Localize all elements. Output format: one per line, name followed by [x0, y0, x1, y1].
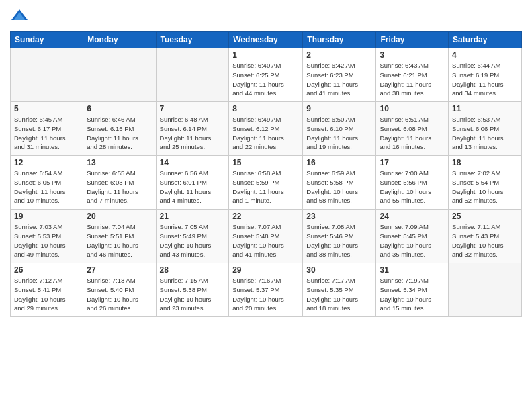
- day-info: Sunrise: 6:45 AMSunset: 6:17 PMDaylight:…: [14, 115, 79, 152]
- day-number: 24: [380, 212, 445, 221]
- day-number: 17: [380, 158, 445, 167]
- calendar-cell: 3Sunrise: 6:43 AMSunset: 6:21 PMDaylight…: [376, 48, 449, 102]
- day-number: 27: [87, 265, 152, 275]
- day-number: 19: [14, 212, 79, 221]
- day-number: 23: [306, 212, 372, 221]
- calendar-cell: 26Sunrise: 7:12 AMSunset: 5:41 PMDayligh…: [11, 263, 83, 317]
- day-info: Sunrise: 7:12 AMSunset: 5:41 PMDaylight:…: [14, 276, 79, 313]
- calendar-week-4: 19Sunrise: 7:03 AMSunset: 5:53 PMDayligh…: [11, 210, 522, 263]
- weekday-header-saturday: Saturday: [449, 32, 522, 48]
- day-number: 15: [232, 158, 299, 167]
- day-info: Sunrise: 6:46 AMSunset: 6:15 PMDaylight:…: [87, 115, 152, 152]
- day-info: Sunrise: 7:16 AMSunset: 5:37 PMDaylight:…: [232, 276, 299, 313]
- day-number: 25: [452, 212, 518, 221]
- day-info: Sunrise: 7:05 AMSunset: 5:49 PMDaylight:…: [160, 222, 226, 259]
- day-info: Sunrise: 6:58 AMSunset: 5:59 PMDaylight:…: [232, 169, 299, 205]
- calendar-cell: 28Sunrise: 7:15 AMSunset: 5:38 PMDayligh…: [156, 263, 229, 317]
- calendar-cell: 20Sunrise: 7:04 AMSunset: 5:51 PMDayligh…: [83, 210, 156, 263]
- day-number: 20: [87, 212, 152, 221]
- day-number: 9: [306, 104, 372, 113]
- day-info: Sunrise: 7:11 AMSunset: 5:43 PMDaylight:…: [452, 222, 518, 259]
- calendar: SundayMondayTuesdayWednesdayThursdayFrid…: [10, 31, 522, 317]
- calendar-body: 1Sunrise: 6:40 AMSunset: 6:25 PMDaylight…: [11, 48, 522, 317]
- day-info: Sunrise: 6:43 AMSunset: 6:21 PMDaylight:…: [380, 61, 445, 98]
- day-number: 6: [87, 104, 152, 113]
- day-number: 14: [160, 158, 226, 167]
- calendar-cell: 25Sunrise: 7:11 AMSunset: 5:43 PMDayligh…: [449, 210, 522, 263]
- weekday-row: SundayMondayTuesdayWednesdayThursdayFrid…: [11, 32, 522, 48]
- day-info: Sunrise: 6:42 AMSunset: 6:23 PMDaylight:…: [306, 61, 372, 98]
- header: [10, 7, 522, 26]
- day-info: Sunrise: 7:03 AMSunset: 5:53 PMDaylight:…: [14, 222, 79, 259]
- calendar-cell: 6Sunrise: 6:46 AMSunset: 6:15 PMDaylight…: [83, 102, 156, 156]
- day-number: 10: [380, 104, 445, 113]
- weekday-header-sunday: Sunday: [11, 32, 83, 48]
- day-number: 29: [232, 265, 299, 275]
- day-number: 1: [232, 50, 299, 60]
- day-number: 21: [160, 212, 226, 221]
- calendar-cell: 24Sunrise: 7:09 AMSunset: 5:45 PMDayligh…: [376, 210, 449, 263]
- calendar-cell: 31Sunrise: 7:19 AMSunset: 5:34 PMDayligh…: [376, 263, 449, 317]
- day-number: 3: [380, 50, 445, 60]
- calendar-cell: 22Sunrise: 7:07 AMSunset: 5:48 PMDayligh…: [229, 210, 303, 263]
- calendar-cell: 21Sunrise: 7:05 AMSunset: 5:49 PMDayligh…: [156, 210, 229, 263]
- day-info: Sunrise: 7:00 AMSunset: 5:56 PMDaylight:…: [380, 169, 445, 205]
- day-info: Sunrise: 7:07 AMSunset: 5:48 PMDaylight:…: [232, 222, 299, 259]
- day-number: 5: [14, 104, 79, 113]
- calendar-cell: [449, 263, 522, 317]
- day-number: 18: [452, 158, 518, 167]
- day-number: 2: [306, 50, 372, 60]
- day-info: Sunrise: 7:19 AMSunset: 5:34 PMDaylight:…: [380, 276, 445, 313]
- day-number: 22: [232, 212, 299, 221]
- calendar-cell: 15Sunrise: 6:58 AMSunset: 5:59 PMDayligh…: [229, 156, 303, 210]
- page: SundayMondayTuesdayWednesdayThursdayFrid…: [0, 0, 532, 411]
- calendar-cell: 2Sunrise: 6:42 AMSunset: 6:23 PMDaylight…: [303, 48, 376, 102]
- day-number: 4: [452, 50, 518, 60]
- day-number: 28: [160, 265, 226, 275]
- weekday-header-friday: Friday: [376, 32, 449, 48]
- calendar-cell: 4Sunrise: 6:44 AMSunset: 6:19 PMDaylight…: [449, 48, 522, 102]
- calendar-cell: 29Sunrise: 7:16 AMSunset: 5:37 PMDayligh…: [229, 263, 303, 317]
- day-info: Sunrise: 6:50 AMSunset: 6:10 PMDaylight:…: [306, 115, 372, 152]
- day-number: 8: [232, 104, 299, 113]
- calendar-cell: 17Sunrise: 7:00 AMSunset: 5:56 PMDayligh…: [376, 156, 449, 210]
- day-number: 31: [380, 265, 445, 275]
- calendar-header: SundayMondayTuesdayWednesdayThursdayFrid…: [11, 32, 522, 48]
- day-info: Sunrise: 6:55 AMSunset: 6:03 PMDaylight:…: [87, 169, 152, 205]
- day-info: Sunrise: 6:59 AMSunset: 5:58 PMDaylight:…: [306, 169, 372, 205]
- day-info: Sunrise: 6:53 AMSunset: 6:06 PMDaylight:…: [452, 115, 518, 152]
- calendar-cell: 13Sunrise: 6:55 AMSunset: 6:03 PMDayligh…: [83, 156, 156, 210]
- calendar-cell: 30Sunrise: 7:17 AMSunset: 5:35 PMDayligh…: [303, 263, 376, 317]
- day-info: Sunrise: 7:17 AMSunset: 5:35 PMDaylight:…: [306, 276, 372, 313]
- logo: [10, 7, 30, 26]
- weekday-header-tuesday: Tuesday: [156, 32, 229, 48]
- calendar-cell: 27Sunrise: 7:13 AMSunset: 5:40 PMDayligh…: [83, 263, 156, 317]
- day-number: 30: [306, 265, 372, 275]
- calendar-week-1: 1Sunrise: 6:40 AMSunset: 6:25 PMDaylight…: [11, 48, 522, 102]
- day-info: Sunrise: 7:09 AMSunset: 5:45 PMDaylight:…: [380, 222, 445, 259]
- day-info: Sunrise: 7:04 AMSunset: 5:51 PMDaylight:…: [87, 222, 152, 259]
- calendar-cell: 18Sunrise: 7:02 AMSunset: 5:54 PMDayligh…: [449, 156, 522, 210]
- calendar-cell: [156, 48, 229, 102]
- calendar-cell: 10Sunrise: 6:51 AMSunset: 6:08 PMDayligh…: [376, 102, 449, 156]
- weekday-header-wednesday: Wednesday: [229, 32, 303, 48]
- day-info: Sunrise: 6:49 AMSunset: 6:12 PMDaylight:…: [232, 115, 299, 152]
- calendar-cell: 7Sunrise: 6:48 AMSunset: 6:14 PMDaylight…: [156, 102, 229, 156]
- calendar-cell: 12Sunrise: 6:54 AMSunset: 6:05 PMDayligh…: [11, 156, 83, 210]
- day-number: 11: [452, 104, 518, 113]
- calendar-week-3: 12Sunrise: 6:54 AMSunset: 6:05 PMDayligh…: [11, 156, 522, 210]
- day-number: 12: [14, 158, 79, 167]
- calendar-cell: 14Sunrise: 6:56 AMSunset: 6:01 PMDayligh…: [156, 156, 229, 210]
- day-info: Sunrise: 6:51 AMSunset: 6:08 PMDaylight:…: [380, 115, 445, 152]
- calendar-cell: [11, 48, 83, 102]
- day-info: Sunrise: 7:15 AMSunset: 5:38 PMDaylight:…: [160, 276, 226, 313]
- day-info: Sunrise: 6:44 AMSunset: 6:19 PMDaylight:…: [452, 61, 518, 98]
- calendar-cell: 5Sunrise: 6:45 AMSunset: 6:17 PMDaylight…: [11, 102, 83, 156]
- day-info: Sunrise: 6:40 AMSunset: 6:25 PMDaylight:…: [232, 61, 299, 98]
- day-number: 16: [306, 158, 372, 167]
- day-info: Sunrise: 6:54 AMSunset: 6:05 PMDaylight:…: [14, 169, 79, 205]
- calendar-week-5: 26Sunrise: 7:12 AMSunset: 5:41 PMDayligh…: [11, 263, 522, 317]
- day-number: 13: [87, 158, 152, 167]
- day-info: Sunrise: 6:56 AMSunset: 6:01 PMDaylight:…: [160, 169, 226, 205]
- calendar-cell: 23Sunrise: 7:08 AMSunset: 5:46 PMDayligh…: [303, 210, 376, 263]
